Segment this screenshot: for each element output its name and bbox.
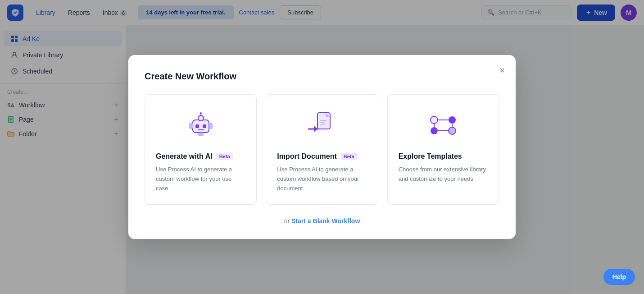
svg-rect-23 <box>320 124 326 125</box>
svg-rect-18 <box>209 123 213 129</box>
help-button[interactable]: Help <box>603 269 635 285</box>
svg-rect-21 <box>320 120 327 121</box>
modal-cards: Generate with AI Beta Use Process AI to … <box>145 94 499 204</box>
import-beta-badge: Beta <box>340 153 358 160</box>
templates-card-icon <box>399 107 488 143</box>
start-blank-workflow-link[interactable]: Start a Blank Workflow <box>291 217 360 225</box>
modal-close-button[interactable]: × <box>498 64 507 77</box>
create-workflow-modal: Create New Workflow × <box>128 55 516 239</box>
svg-point-24 <box>431 116 438 124</box>
svg-point-25 <box>449 116 456 124</box>
svg-point-16 <box>200 112 202 114</box>
svg-rect-10 <box>193 120 209 133</box>
ai-beta-badge: Beta <box>216 153 233 160</box>
modal-footer: or Start a Blank Workflow <box>145 217 499 225</box>
import-document-card[interactable]: Import Document Beta Use Process AI to g… <box>266 94 378 204</box>
import-card-icon <box>277 107 367 143</box>
ai-card-title: Generate with AI Beta <box>156 152 245 161</box>
svg-rect-13 <box>198 133 204 136</box>
svg-rect-17 <box>189 123 193 129</box>
modal-title: Create New Workflow <box>145 71 499 82</box>
svg-rect-22 <box>320 122 325 123</box>
templates-card-title: Explore Templates <box>399 152 488 161</box>
ai-card-description: Use Process AI to generate a custom work… <box>156 165 245 193</box>
templates-card-description: Choose from our extensive library and cu… <box>399 165 488 184</box>
svg-rect-12 <box>203 124 206 128</box>
import-card-description: Use Process AI to generate a custom work… <box>277 165 367 193</box>
svg-rect-11 <box>195 124 199 128</box>
modal-overlay[interactable]: Create New Workflow × <box>0 0 644 294</box>
import-card-title: Import Document Beta <box>277 152 367 161</box>
ai-card-icon <box>156 107 245 143</box>
svg-point-26 <box>431 127 438 134</box>
generate-ai-card[interactable]: Generate with AI Beta Use Process AI to … <box>145 94 257 204</box>
svg-point-27 <box>449 127 456 134</box>
explore-templates-card[interactable]: Explore Templates Choose from our extens… <box>387 94 499 204</box>
svg-point-14 <box>198 115 204 121</box>
